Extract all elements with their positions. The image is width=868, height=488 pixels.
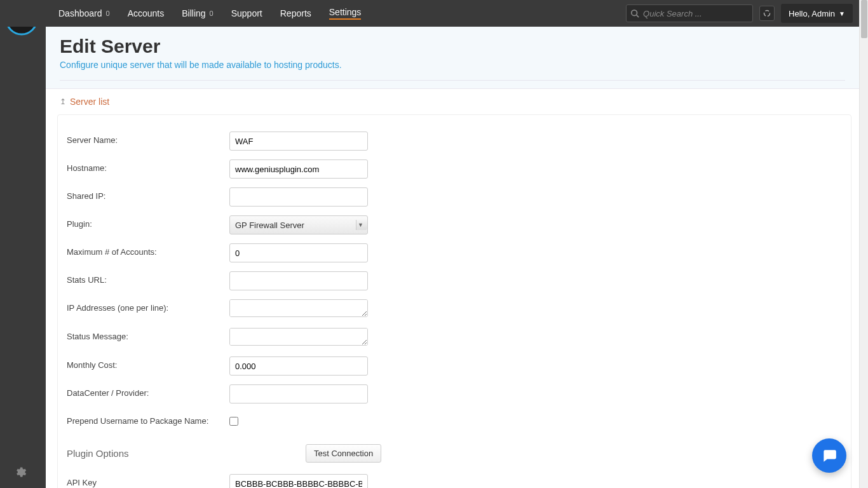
server-list-link[interactable]: Server list [70, 97, 109, 107]
row-api-key: API Key [67, 474, 842, 488]
max-accounts-label: Maximum # of Accounts: [67, 243, 229, 257]
nav-badge: 0 [210, 10, 214, 17]
top-nav-bar: Dashboard 0 Accounts Billing 0 Support R… [0, 0, 859, 27]
page-title: Edit Server [60, 36, 845, 57]
prepend-checkbox[interactable] [229, 417, 238, 426]
nav-reports[interactable]: Reports [271, 0, 320, 27]
api-key-input[interactable] [229, 474, 368, 488]
nav-settings[interactable]: Settings [320, 0, 370, 27]
up-arrow-icon: ↥ [60, 97, 66, 106]
server-form: Server Name: Hostname: Shared IP: Plugin… [57, 114, 851, 488]
nav-right: Hello, Admin ▼ [626, 0, 859, 27]
plugin-select[interactable]: GP Firewall Server ▼ [229, 215, 368, 234]
stats-url-input[interactable] [229, 271, 368, 290]
row-stats-url: Stats URL: [67, 271, 842, 290]
stats-url-label: Stats URL: [67, 271, 229, 285]
nav-billing[interactable]: Billing 0 [173, 0, 222, 27]
nav-items: Dashboard 0 Accounts Billing 0 Support R… [0, 0, 370, 27]
plugin-select-value: GP Firewall Server [235, 220, 304, 230]
row-server-name: Server Name: [67, 132, 842, 151]
row-hostname: Hostname: [67, 159, 842, 179]
ip-addresses-textarea[interactable] [229, 299, 368, 317]
live-chat-button[interactable] [812, 438, 846, 473]
api-key-label: API Key [67, 474, 229, 487]
nav-label: Accounts [128, 8, 165, 18]
datacenter-label: DataCenter / Provider: [67, 384, 229, 398]
nav-label: Dashboard [58, 8, 102, 18]
svg-line-1 [637, 15, 639, 18]
scrollbar-thumb[interactable] [861, 0, 867, 38]
status-indicator-button[interactable] [759, 6, 775, 21]
monthly-cost-input[interactable] [229, 356, 368, 376]
shared-ip-label: Shared IP: [67, 187, 229, 201]
row-max-accounts: Maximum # of Accounts: [67, 243, 842, 262]
page-scrollbar[interactable] [859, 0, 868, 488]
svg-point-2 [764, 11, 770, 17]
hostname-input[interactable] [229, 159, 368, 179]
user-menu[interactable]: Hello, Admin ▼ [781, 4, 853, 23]
server-name-input[interactable] [229, 132, 368, 151]
hostname-label: Hostname: [67, 159, 229, 173]
row-status-message: Status Message: [67, 328, 842, 348]
monthly-cost-label: Monthly Cost: [67, 356, 229, 370]
server-name-label: Server Name: [67, 132, 229, 145]
breadcrumb: ↥ Server list [46, 89, 859, 114]
test-connection-button[interactable]: Test Connection [306, 444, 381, 463]
max-accounts-input[interactable] [229, 243, 368, 262]
row-shared-ip: Shared IP: [67, 187, 842, 207]
chevron-down-icon: ▼ [356, 220, 367, 230]
caret-down-icon: ▼ [839, 10, 845, 17]
gear-icon[interactable] [14, 466, 27, 480]
nav-label: Support [231, 8, 262, 18]
search-icon [630, 9, 639, 18]
plugin-label: Plugin: [67, 215, 229, 229]
plugin-options-heading: Plugin Options [67, 448, 306, 459]
shared-ip-input[interactable] [229, 187, 368, 207]
prepend-label: Prepend Username to Package Name: [67, 412, 229, 426]
chat-icon [821, 447, 837, 464]
nav-label: Settings [329, 7, 362, 20]
quick-search-box[interactable] [626, 4, 753, 22]
main-content: Edit Server Configure unique server that… [46, 27, 859, 488]
nav-accounts[interactable]: Accounts [119, 0, 173, 27]
row-plugin: Plugin: GP Firewall Server ▼ [67, 215, 842, 234]
nav-badge: 0 [106, 10, 110, 17]
page-subtitle: Configure unique server that will be mad… [60, 60, 845, 74]
nav-label: Reports [280, 8, 311, 18]
row-monthly-cost: Monthly Cost: [67, 356, 842, 376]
status-message-label: Status Message: [67, 328, 229, 341]
header-divider [60, 80, 845, 81]
page-header: Edit Server Configure unique server that… [46, 27, 859, 89]
search-input[interactable] [639, 9, 750, 18]
nav-support[interactable]: Support [222, 0, 271, 27]
row-datacenter: DataCenter / Provider: [67, 384, 842, 403]
ip-addresses-label: IP Addresses (one per line): [67, 299, 229, 313]
row-prepend: Prepend Username to Package Name: [67, 412, 842, 428]
svg-point-0 [632, 10, 637, 16]
plugin-options-row: Plugin Options Test Connection [67, 444, 842, 463]
status-message-textarea[interactable] [229, 328, 368, 346]
row-ip-addresses: IP Addresses (one per line): [67, 299, 842, 319]
nav-label: Billing [182, 8, 205, 18]
nav-dashboard[interactable]: Dashboard 0 [50, 0, 119, 27]
user-label: Hello, Admin [789, 9, 835, 18]
left-sidebar [0, 0, 46, 488]
datacenter-input[interactable] [229, 384, 368, 403]
